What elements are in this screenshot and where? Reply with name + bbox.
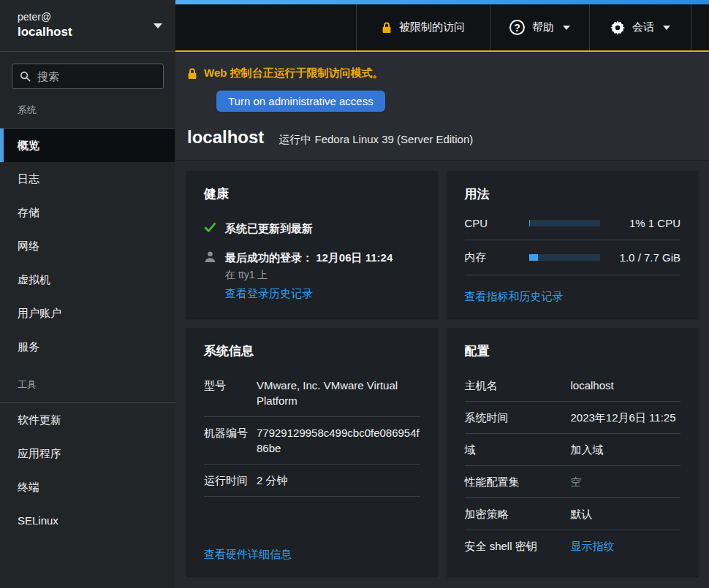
banner-message: Web 控制台正运行于限制访问模式。 <box>204 66 384 80</box>
nav-section-label: 工具 <box>0 378 175 392</box>
uptime-row: 运行时间 2 分钟 <box>204 465 420 497</box>
info-label: 加密策略 <box>465 506 564 522</box>
sidebar: peter@ localhost 系统 概览 日志 存储 <box>0 0 175 588</box>
search-icon <box>20 71 31 82</box>
info-label: 主机名 <box>465 378 564 393</box>
info-value: 77929129958c499cbc0fe086954f86be <box>257 425 420 456</box>
nav-section-system: 系统 概览 日志 存储 网络 虚拟机 用户账户 服务 <box>0 104 175 364</box>
info-label: 型号 <box>204 378 249 408</box>
domain-row: 域 加入域 <box>465 434 681 466</box>
last-login-label: 最后成功的登录： <box>225 251 313 264</box>
crypto-policy-row: 加密策略 默认 <box>465 498 681 530</box>
session-menu-button[interactable]: 会话 <box>589 4 691 50</box>
ssh-keys-row: 安全 shell 密钥 显示指纹 <box>465 530 681 562</box>
metrics-history-link[interactable]: 查看指标和历史记录 <box>465 290 564 302</box>
masthead-spacer <box>691 4 709 50</box>
memory-progress-bar <box>529 254 600 261</box>
memory-value: 1.0 / 7.7 GiB <box>600 251 681 264</box>
system-updated-text: 系统已更新到最新 <box>225 221 313 236</box>
login-history-link[interactable]: 查看登录历史记录 <box>225 287 313 299</box>
os-subtitle: 运行中 Fedora Linux 39 (Server Edition) <box>278 133 473 147</box>
info-label: 域 <box>465 442 564 457</box>
info-value: 默认 <box>571 506 681 522</box>
card-title: 配置 <box>465 343 681 359</box>
info-label: 运行时间 <box>204 473 249 488</box>
check-icon <box>204 221 216 234</box>
system-time-row: 系统时间 2023年12月6日 11:25 <box>465 402 681 434</box>
hostname-row: 主机名 localhost <box>465 370 681 402</box>
last-login-location: 在 tty1 上 <box>225 269 420 282</box>
masthead: 被限制的访问 帮助 会话 <box>175 0 709 52</box>
sidebar-item-accounts[interactable]: 用户账户 <box>0 297 175 330</box>
sidebar-item-software-updates[interactable]: 软件更新 <box>0 403 175 437</box>
user-identity: peter@ localhost <box>18 10 72 41</box>
sidebar-nav: 系统 概览 日志 存储 网络 虚拟机 用户账户 服务 工具 软件更新 应用程序 … <box>0 89 175 538</box>
cockpit-app: peter@ localhost 系统 概览 日志 存储 <box>0 0 709 588</box>
info-label: 机器编号 <box>204 425 249 456</box>
card-title: 系统信息 <box>204 343 420 359</box>
limited-access-label: 被限制的访问 <box>399 20 465 34</box>
hardware-details-link[interactable]: 查看硬件详细信息 <box>204 548 292 560</box>
username: peter@ <box>18 10 72 24</box>
chevron-down-icon <box>663 26 670 30</box>
sidebar-item-terminal[interactable]: 终端 <box>0 470 175 504</box>
sidebar-item-storage[interactable]: 存储 <box>0 196 175 229</box>
show-fingerprints-link[interactable]: 显示指纹 <box>571 540 615 552</box>
system-info-card: 系统信息 型号 VMware, Inc. VMware Virtual Plat… <box>186 328 438 576</box>
cpu-usage-row: CPU 1% 1 CPU <box>465 207 681 240</box>
overview-cards: 健康 系统已更新到最新 最后成功的登录： <box>175 160 709 588</box>
restricted-mode-banner: Web 控制台正运行于限制访问模式。 Turn on administrativ… <box>175 52 709 112</box>
info-label: 安全 shell 密钥 <box>465 538 564 554</box>
search-input[interactable] <box>37 70 156 83</box>
info-value: VMware, Inc. VMware Virtual Platform <box>257 378 420 408</box>
last-login-time: 12月06日 11:24 <box>316 251 393 264</box>
gear-icon <box>610 20 625 35</box>
user-hostname: localhost <box>18 24 72 41</box>
lock-icon <box>382 22 392 34</box>
card-title: 健康 <box>204 186 420 202</box>
sidebar-item-networking[interactable]: 网络 <box>0 229 175 263</box>
info-label: 性能配置集 <box>465 474 564 489</box>
user-icon <box>204 251 216 263</box>
performance-profile-row: 性能配置集 空 <box>465 466 681 498</box>
cpu-progress-bar <box>529 220 600 226</box>
usage-card: 用法 CPU 1% 1 CPU 内存 1.0 / 7.7 GiB <box>447 171 699 318</box>
help-menu-button[interactable]: 帮助 <box>490 4 589 50</box>
join-domain-action[interactable]: 加入域 <box>571 442 681 457</box>
limited-access-button[interactable]: 被限制的访问 <box>356 4 490 50</box>
model-row: 型号 VMware, Inc. VMware Virtual Platform <box>204 370 420 417</box>
info-value: localhost <box>571 378 681 393</box>
memory-label: 内存 <box>465 251 529 264</box>
user-menu[interactable]: peter@ localhost <box>0 0 175 52</box>
nav-section-tools: 工具 软件更新 应用程序 终端 SELinux <box>0 378 175 538</box>
machine-id-row: 机器编号 77929129958c499cbc0fe086954f86be <box>204 417 420 465</box>
cpu-value: 1% 1 CPU <box>600 217 681 229</box>
admin-access-button[interactable]: Turn on administrative access <box>216 91 385 112</box>
info-value: 空 <box>571 474 681 489</box>
cpu-label: CPU <box>465 217 529 229</box>
page-header: localhost 运行中 Fedora Linux 39 (Server Ed… <box>175 112 709 160</box>
main-area: 被限制的访问 帮助 会话 <box>175 0 709 588</box>
info-value: 2023年12月6日 11:25 <box>571 410 681 425</box>
sidebar-item-logs[interactable]: 日志 <box>0 162 175 196</box>
lock-icon <box>187 68 197 80</box>
chevron-down-icon <box>153 23 162 28</box>
nav-section-label: 系统 <box>0 104 175 117</box>
sidebar-item-selinux[interactable]: SELinux <box>0 504 175 538</box>
info-value: 2 分钟 <box>257 473 420 488</box>
configuration-card: 配置 主机名 localhost 系统时间 2023年12月6日 11:25 域 <box>447 328 699 576</box>
chevron-down-icon <box>563 26 570 30</box>
search-box[interactable] <box>12 64 164 89</box>
sidebar-item-services[interactable]: 服务 <box>0 330 175 364</box>
page-title: localhost <box>187 127 264 148</box>
help-label: 帮助 <box>532 20 554 34</box>
page: Web 控制台正运行于限制访问模式。 Turn on administrativ… <box>175 52 709 588</box>
help-icon <box>509 20 525 35</box>
session-label: 会话 <box>632 20 654 34</box>
card-title: 用法 <box>465 186 681 202</box>
info-label: 系统时间 <box>465 410 564 425</box>
memory-usage-row: 内存 1.0 / 7.7 GiB <box>465 240 681 275</box>
sidebar-item-overview[interactable]: 概览 <box>0 129 175 162</box>
sidebar-item-virtual-machines[interactable]: 虚拟机 <box>0 263 175 297</box>
sidebar-item-applications[interactable]: 应用程序 <box>0 437 175 470</box>
